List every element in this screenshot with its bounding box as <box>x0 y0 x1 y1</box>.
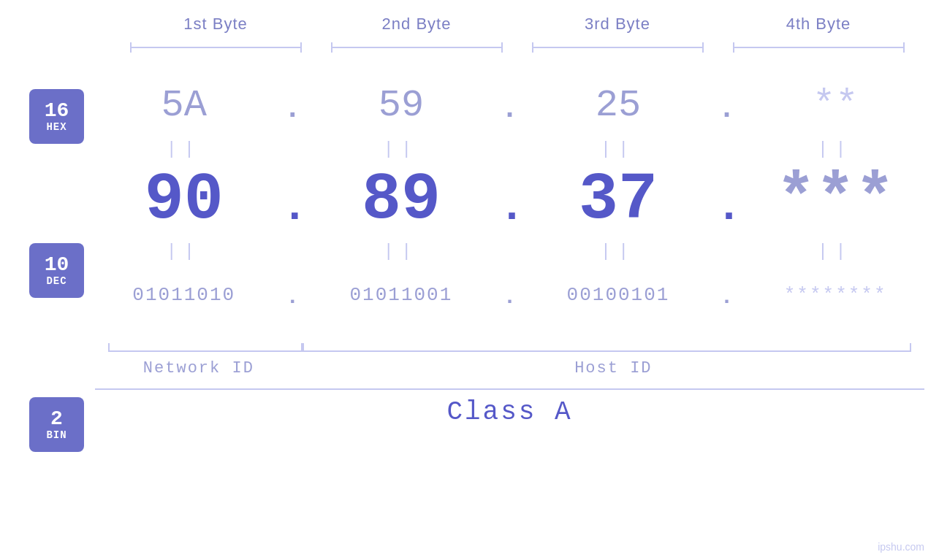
dec-number: 10 <box>45 255 69 275</box>
host-bracket-container <box>303 330 924 356</box>
bin-byte4: ******** <box>755 284 916 306</box>
byte2-header: 2nd Byte <box>316 15 517 34</box>
dot-dec-1: . <box>281 183 303 232</box>
grid-area: 5A . 59 . 25 . ** || || || || 90 <box>95 69 939 560</box>
class-bracket-line <box>95 388 924 390</box>
eq-4: || <box>755 139 916 159</box>
byte4-header: 4th Byte <box>718 15 919 34</box>
dec-byte1: 90 <box>104 167 265 233</box>
bracket-seg-4 <box>718 39 919 54</box>
id-labels-row: Network ID Host ID <box>95 359 924 377</box>
bracket-line-3 <box>532 47 704 48</box>
bracket-line-2 <box>331 47 503 48</box>
watermark: ipshu.com <box>878 541 924 553</box>
hex-number: 16 <box>45 101 69 121</box>
bin-label: BIN <box>46 429 66 441</box>
byte3-header: 3rd Byte <box>517 15 718 34</box>
top-bracket-row <box>115 39 919 54</box>
host-id-label: Host ID <box>303 359 924 377</box>
bin-row: 01011010 . 01011001 . 00100101 . *******… <box>95 266 924 324</box>
hex-row: 5A . 59 . 25 . ** <box>95 76 924 134</box>
bottom-bracket-row <box>95 330 924 356</box>
hex-byte3: 25 <box>538 84 699 127</box>
dot-bin-2: . <box>498 285 520 310</box>
byte-headers: 1st Byte 2nd Byte 3rd Byte 4th Byte <box>115 15 919 34</box>
hex-badge: 16 HEX <box>29 89 84 144</box>
dot-hex-1: . <box>281 93 303 126</box>
bin-byte2: 01011001 <box>321 284 482 306</box>
hex-byte1: 5A <box>104 84 265 127</box>
dot-dec-2: . <box>498 183 520 232</box>
equals-row-1: || || || || <box>95 134 924 164</box>
eq-6: || <box>321 242 482 261</box>
bracket-line-1 <box>130 47 302 48</box>
network-bracket-line <box>108 350 303 352</box>
network-id-label: Network ID <box>95 359 303 377</box>
bracket-seg-2 <box>316 39 517 54</box>
host-bracket-line <box>303 350 911 352</box>
dec-byte4: *** <box>755 167 916 233</box>
equals-row-2: || || || || <box>95 237 924 266</box>
dot-hex-2: . <box>498 93 520 126</box>
eq-2: || <box>321 139 482 159</box>
eq-5: || <box>104 242 265 261</box>
bin-number: 2 <box>50 409 63 429</box>
bin-byte1: 01011010 <box>104 284 265 306</box>
dec-byte3: 37 <box>538 167 699 233</box>
dot-bin-3: . <box>716 285 738 310</box>
eq-8: || <box>755 242 916 261</box>
hex-byte2: 59 <box>321 84 482 127</box>
dot-hex-3: . <box>716 93 738 126</box>
dec-byte2: 89 <box>321 167 482 233</box>
dot-dec-3: . <box>716 183 738 232</box>
eq-3: || <box>538 139 699 159</box>
bracket-line-4 <box>733 47 905 48</box>
bin-badge: 2 BIN <box>29 397 84 452</box>
class-section: Class A <box>95 388 924 427</box>
labels-column: 16 HEX 10 DEC 2 BIN <box>0 69 95 560</box>
network-bracket-container <box>95 330 303 356</box>
class-label: Class A <box>95 397 924 427</box>
byte1-header: 1st Byte <box>115 15 316 34</box>
dec-row: 90 . 89 . 37 . *** <box>95 164 924 237</box>
main-container: 1st Byte 2nd Byte 3rd Byte 4th Byte 16 H… <box>0 0 939 560</box>
bracket-seg-3 <box>517 39 718 54</box>
eq-1: || <box>104 139 265 159</box>
dot-bin-1: . <box>281 285 303 310</box>
dec-badge: 10 DEC <box>29 243 84 298</box>
bracket-seg-1 <box>115 39 316 54</box>
eq-7: || <box>538 242 699 261</box>
hex-label: HEX <box>46 121 66 133</box>
hex-byte4: ** <box>755 84 916 127</box>
bin-byte3: 00100101 <box>538 284 699 306</box>
dec-label: DEC <box>46 275 66 287</box>
